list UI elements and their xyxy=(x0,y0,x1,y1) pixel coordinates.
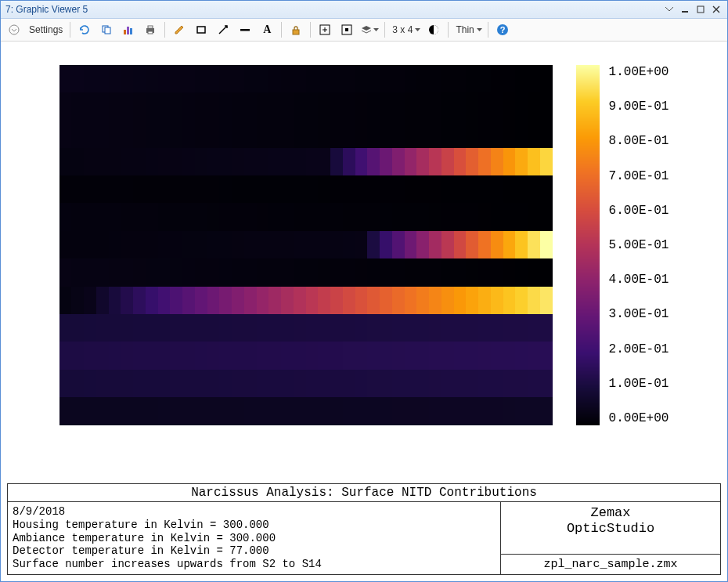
horizontal-line-icon[interactable] xyxy=(235,21,255,38)
chart-icon[interactable] xyxy=(118,21,139,38)
colorbar-tick: 0.00E+00 xyxy=(609,411,669,425)
help-icon[interactable]: ? xyxy=(492,21,513,38)
info-details: 8/9/2018 Housing temperature in Kelvin =… xyxy=(8,502,500,574)
svg-rect-7 xyxy=(130,28,132,34)
toolbar: Settings A xyxy=(1,19,727,42)
zoom-actual-icon[interactable] xyxy=(337,21,357,38)
colorbar-tick: 5.00E-01 xyxy=(609,238,669,252)
svg-rect-6 xyxy=(127,27,129,34)
print-icon[interactable] xyxy=(140,21,160,38)
settings-label: Settings xyxy=(27,24,64,35)
svg-rect-0 xyxy=(682,11,688,13)
colorbar-tick: 1.00E+00 xyxy=(609,65,669,79)
plot-area: 1.00E+009.00E-018.00E-017.00E-016.00E-01… xyxy=(1,42,727,479)
copy-icon[interactable] xyxy=(96,21,117,38)
svg-rect-12 xyxy=(240,29,250,31)
layers-icon[interactable] xyxy=(359,21,380,38)
colorbar-tick: 9.00E-01 xyxy=(609,99,669,114)
contrast-icon[interactable] xyxy=(423,21,444,38)
lock-icon[interactable] xyxy=(286,21,306,38)
svg-rect-5 xyxy=(124,30,126,34)
info-right: Zemax OpticStudio zpl_narc_sample.zmx xyxy=(500,502,720,574)
colorbar-tick: 3.00E-01 xyxy=(609,307,669,321)
app-window: 7: Graphic Viewer 5 Settings xyxy=(0,0,728,582)
svg-rect-13 xyxy=(293,30,299,34)
colorbar-tick: 2.00E-01 xyxy=(609,342,669,356)
brand-block: Zemax OpticStudio xyxy=(501,502,720,554)
colorbar-tick: 4.00E-01 xyxy=(609,273,669,287)
close-button[interactable] xyxy=(710,4,723,15)
colorbar-tick: 6.00E-01 xyxy=(609,204,669,218)
colorbar-tick: 8.00E-01 xyxy=(609,134,669,148)
svg-rect-9 xyxy=(148,26,153,28)
colorbar-tick: 7.00E-01 xyxy=(609,169,669,183)
brand-line1: Zemax xyxy=(590,505,630,520)
pencil-icon[interactable] xyxy=(169,21,189,38)
maximize-button[interactable] xyxy=(694,4,707,15)
colorbar-container: 1.00E+009.00E-018.00E-017.00E-016.00E-01… xyxy=(576,65,669,425)
filename-label: zpl_narc_sample.zmx xyxy=(501,554,720,574)
svg-rect-4 xyxy=(105,27,110,34)
zoom-fit-icon[interactable] xyxy=(315,21,335,38)
refresh-icon[interactable] xyxy=(74,21,95,38)
titlebar: 7: Graphic Viewer 5 xyxy=(1,1,727,19)
grid-size-control[interactable]: 3 x 4 xyxy=(389,21,422,38)
svg-text:?: ? xyxy=(499,25,505,34)
info-panel: Narcissus Analysis: Surface NITD Contrib… xyxy=(7,483,721,575)
colorbar-tick: 1.00E-01 xyxy=(609,377,669,391)
content-area: 1.00E+009.00E-018.00E-017.00E-016.00E-01… xyxy=(1,42,727,581)
text-icon[interactable]: A xyxy=(257,21,277,38)
dropdown-indicator-icon[interactable] xyxy=(663,4,676,15)
window-title: 7: Graphic Viewer 5 xyxy=(5,4,88,15)
info-heading: Narcissus Analysis: Surface NITD Contrib… xyxy=(8,484,720,502)
svg-rect-1 xyxy=(697,6,704,13)
colorbar-canvas xyxy=(576,65,600,425)
svg-rect-11 xyxy=(197,27,205,33)
brand-line2: OpticStudio xyxy=(567,521,654,536)
rectangle-icon[interactable] xyxy=(191,21,211,38)
svg-rect-16 xyxy=(345,28,348,31)
grid-size-label: 3 x 4 xyxy=(391,24,414,35)
line-arrow-icon[interactable] xyxy=(213,21,233,38)
expand-icon[interactable] xyxy=(4,21,24,38)
heatmap-canvas xyxy=(59,65,553,425)
line-weight-control[interactable]: Thin xyxy=(452,21,483,38)
minimize-button[interactable] xyxy=(679,4,691,15)
settings-button[interactable]: Settings xyxy=(26,21,66,38)
colorbar-ticks: 1.00E+009.00E-018.00E-017.00E-016.00E-01… xyxy=(609,65,669,425)
line-weight-label: Thin xyxy=(454,24,475,35)
svg-point-2 xyxy=(9,25,19,34)
svg-rect-10 xyxy=(148,31,153,34)
